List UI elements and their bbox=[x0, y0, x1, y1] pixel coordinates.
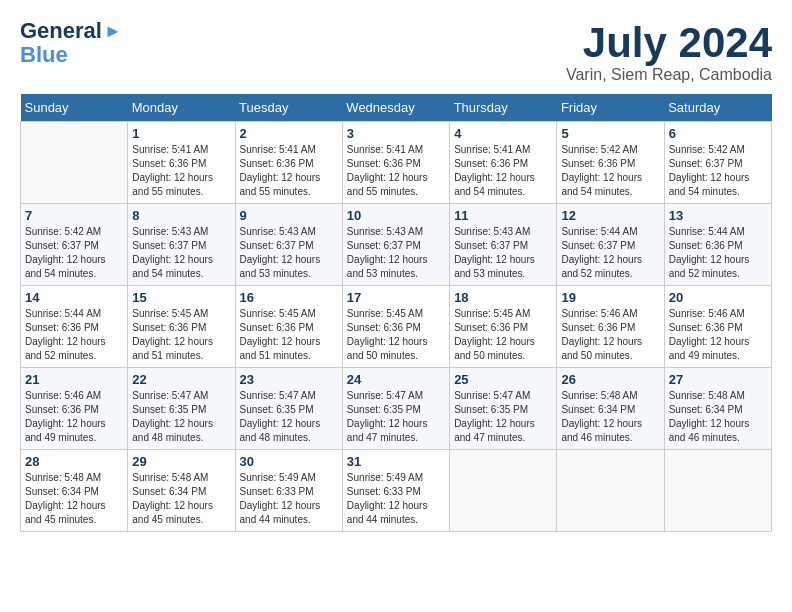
calendar-cell: 28Sunrise: 5:48 AM Sunset: 6:34 PM Dayli… bbox=[21, 450, 128, 532]
day-info: Sunrise: 5:44 AM Sunset: 6:36 PM Dayligh… bbox=[669, 225, 767, 281]
header-friday: Friday bbox=[557, 94, 664, 122]
day-info: Sunrise: 5:49 AM Sunset: 6:33 PM Dayligh… bbox=[240, 471, 338, 527]
calendar-cell: 1Sunrise: 5:41 AM Sunset: 6:36 PM Daylig… bbox=[128, 122, 235, 204]
day-info: Sunrise: 5:42 AM Sunset: 6:37 PM Dayligh… bbox=[669, 143, 767, 199]
calendar-week-1: 1Sunrise: 5:41 AM Sunset: 6:36 PM Daylig… bbox=[21, 122, 772, 204]
calendar-cell: 24Sunrise: 5:47 AM Sunset: 6:35 PM Dayli… bbox=[342, 368, 449, 450]
calendar-week-5: 28Sunrise: 5:48 AM Sunset: 6:34 PM Dayli… bbox=[21, 450, 772, 532]
day-number: 11 bbox=[454, 208, 552, 223]
day-info: Sunrise: 5:49 AM Sunset: 6:33 PM Dayligh… bbox=[347, 471, 445, 527]
day-info: Sunrise: 5:45 AM Sunset: 6:36 PM Dayligh… bbox=[347, 307, 445, 363]
calendar-header-row: SundayMondayTuesdayWednesdayThursdayFrid… bbox=[21, 94, 772, 122]
month-title: July 2024 bbox=[566, 20, 772, 66]
day-number: 12 bbox=[561, 208, 659, 223]
day-info: Sunrise: 5:43 AM Sunset: 6:37 PM Dayligh… bbox=[240, 225, 338, 281]
header-tuesday: Tuesday bbox=[235, 94, 342, 122]
day-info: Sunrise: 5:48 AM Sunset: 6:34 PM Dayligh… bbox=[669, 389, 767, 445]
calendar-cell bbox=[664, 450, 771, 532]
location-title: Varin, Siem Reap, Cambodia bbox=[566, 66, 772, 84]
day-number: 22 bbox=[132, 372, 230, 387]
calendar-cell: 16Sunrise: 5:45 AM Sunset: 6:36 PM Dayli… bbox=[235, 286, 342, 368]
header-saturday: Saturday bbox=[664, 94, 771, 122]
calendar-cell: 29Sunrise: 5:48 AM Sunset: 6:34 PM Dayli… bbox=[128, 450, 235, 532]
day-number: 14 bbox=[25, 290, 123, 305]
day-number: 9 bbox=[240, 208, 338, 223]
day-number: 31 bbox=[347, 454, 445, 469]
calendar-cell: 26Sunrise: 5:48 AM Sunset: 6:34 PM Dayli… bbox=[557, 368, 664, 450]
day-info: Sunrise: 5:42 AM Sunset: 6:36 PM Dayligh… bbox=[561, 143, 659, 199]
logo: General ► Blue bbox=[20, 20, 122, 68]
day-number: 19 bbox=[561, 290, 659, 305]
day-info: Sunrise: 5:45 AM Sunset: 6:36 PM Dayligh… bbox=[454, 307, 552, 363]
day-info: Sunrise: 5:43 AM Sunset: 6:37 PM Dayligh… bbox=[132, 225, 230, 281]
logo-blue: Blue bbox=[20, 42, 68, 68]
day-number: 18 bbox=[454, 290, 552, 305]
calendar-cell bbox=[557, 450, 664, 532]
day-number: 1 bbox=[132, 126, 230, 141]
calendar-cell: 13Sunrise: 5:44 AM Sunset: 6:36 PM Dayli… bbox=[664, 204, 771, 286]
calendar-cell: 15Sunrise: 5:45 AM Sunset: 6:36 PM Dayli… bbox=[128, 286, 235, 368]
day-info: Sunrise: 5:43 AM Sunset: 6:37 PM Dayligh… bbox=[454, 225, 552, 281]
day-info: Sunrise: 5:46 AM Sunset: 6:36 PM Dayligh… bbox=[669, 307, 767, 363]
day-number: 8 bbox=[132, 208, 230, 223]
day-number: 30 bbox=[240, 454, 338, 469]
calendar-cell: 17Sunrise: 5:45 AM Sunset: 6:36 PM Dayli… bbox=[342, 286, 449, 368]
day-number: 6 bbox=[669, 126, 767, 141]
day-number: 28 bbox=[25, 454, 123, 469]
calendar-cell: 14Sunrise: 5:44 AM Sunset: 6:36 PM Dayli… bbox=[21, 286, 128, 368]
calendar-cell: 12Sunrise: 5:44 AM Sunset: 6:37 PM Dayli… bbox=[557, 204, 664, 286]
day-info: Sunrise: 5:47 AM Sunset: 6:35 PM Dayligh… bbox=[454, 389, 552, 445]
header-thursday: Thursday bbox=[450, 94, 557, 122]
calendar-cell bbox=[450, 450, 557, 532]
calendar-cell: 20Sunrise: 5:46 AM Sunset: 6:36 PM Dayli… bbox=[664, 286, 771, 368]
calendar-cell: 10Sunrise: 5:43 AM Sunset: 6:37 PM Dayli… bbox=[342, 204, 449, 286]
calendar-week-3: 14Sunrise: 5:44 AM Sunset: 6:36 PM Dayli… bbox=[21, 286, 772, 368]
day-info: Sunrise: 5:41 AM Sunset: 6:36 PM Dayligh… bbox=[454, 143, 552, 199]
calendar-cell: 9Sunrise: 5:43 AM Sunset: 6:37 PM Daylig… bbox=[235, 204, 342, 286]
day-number: 24 bbox=[347, 372, 445, 387]
day-number: 29 bbox=[132, 454, 230, 469]
day-info: Sunrise: 5:42 AM Sunset: 6:37 PM Dayligh… bbox=[25, 225, 123, 281]
calendar-cell: 21Sunrise: 5:46 AM Sunset: 6:36 PM Dayli… bbox=[21, 368, 128, 450]
calendar-cell: 23Sunrise: 5:47 AM Sunset: 6:35 PM Dayli… bbox=[235, 368, 342, 450]
day-info: Sunrise: 5:47 AM Sunset: 6:35 PM Dayligh… bbox=[240, 389, 338, 445]
day-info: Sunrise: 5:48 AM Sunset: 6:34 PM Dayligh… bbox=[25, 471, 123, 527]
calendar-cell: 11Sunrise: 5:43 AM Sunset: 6:37 PM Dayli… bbox=[450, 204, 557, 286]
day-number: 17 bbox=[347, 290, 445, 305]
day-number: 15 bbox=[132, 290, 230, 305]
calendar-cell: 6Sunrise: 5:42 AM Sunset: 6:37 PM Daylig… bbox=[664, 122, 771, 204]
calendar-cell: 3Sunrise: 5:41 AM Sunset: 6:36 PM Daylig… bbox=[342, 122, 449, 204]
day-info: Sunrise: 5:47 AM Sunset: 6:35 PM Dayligh… bbox=[347, 389, 445, 445]
calendar-cell: 22Sunrise: 5:47 AM Sunset: 6:35 PM Dayli… bbox=[128, 368, 235, 450]
day-number: 13 bbox=[669, 208, 767, 223]
calendar-week-2: 7Sunrise: 5:42 AM Sunset: 6:37 PM Daylig… bbox=[21, 204, 772, 286]
day-info: Sunrise: 5:44 AM Sunset: 6:36 PM Dayligh… bbox=[25, 307, 123, 363]
calendar-cell: 30Sunrise: 5:49 AM Sunset: 6:33 PM Dayli… bbox=[235, 450, 342, 532]
calendar-cell: 2Sunrise: 5:41 AM Sunset: 6:36 PM Daylig… bbox=[235, 122, 342, 204]
logo-general: General bbox=[20, 20, 102, 42]
day-number: 16 bbox=[240, 290, 338, 305]
day-info: Sunrise: 5:48 AM Sunset: 6:34 PM Dayligh… bbox=[132, 471, 230, 527]
logo-bird-icon: ► bbox=[104, 21, 122, 42]
header: General ► Blue July 2024 Varin, Siem Rea… bbox=[20, 20, 772, 84]
day-info: Sunrise: 5:43 AM Sunset: 6:37 PM Dayligh… bbox=[347, 225, 445, 281]
header-monday: Monday bbox=[128, 94, 235, 122]
day-number: 21 bbox=[25, 372, 123, 387]
calendar-cell bbox=[21, 122, 128, 204]
header-wednesday: Wednesday bbox=[342, 94, 449, 122]
calendar-cell: 19Sunrise: 5:46 AM Sunset: 6:36 PM Dayli… bbox=[557, 286, 664, 368]
day-info: Sunrise: 5:48 AM Sunset: 6:34 PM Dayligh… bbox=[561, 389, 659, 445]
day-info: Sunrise: 5:46 AM Sunset: 6:36 PM Dayligh… bbox=[25, 389, 123, 445]
day-number: 25 bbox=[454, 372, 552, 387]
title-area: July 2024 Varin, Siem Reap, Cambodia bbox=[566, 20, 772, 84]
calendar-cell: 7Sunrise: 5:42 AM Sunset: 6:37 PM Daylig… bbox=[21, 204, 128, 286]
day-number: 10 bbox=[347, 208, 445, 223]
calendar-table: SundayMondayTuesdayWednesdayThursdayFrid… bbox=[20, 94, 772, 532]
day-number: 26 bbox=[561, 372, 659, 387]
day-number: 5 bbox=[561, 126, 659, 141]
day-info: Sunrise: 5:41 AM Sunset: 6:36 PM Dayligh… bbox=[347, 143, 445, 199]
day-info: Sunrise: 5:46 AM Sunset: 6:36 PM Dayligh… bbox=[561, 307, 659, 363]
day-number: 2 bbox=[240, 126, 338, 141]
day-info: Sunrise: 5:41 AM Sunset: 6:36 PM Dayligh… bbox=[132, 143, 230, 199]
calendar-cell: 18Sunrise: 5:45 AM Sunset: 6:36 PM Dayli… bbox=[450, 286, 557, 368]
